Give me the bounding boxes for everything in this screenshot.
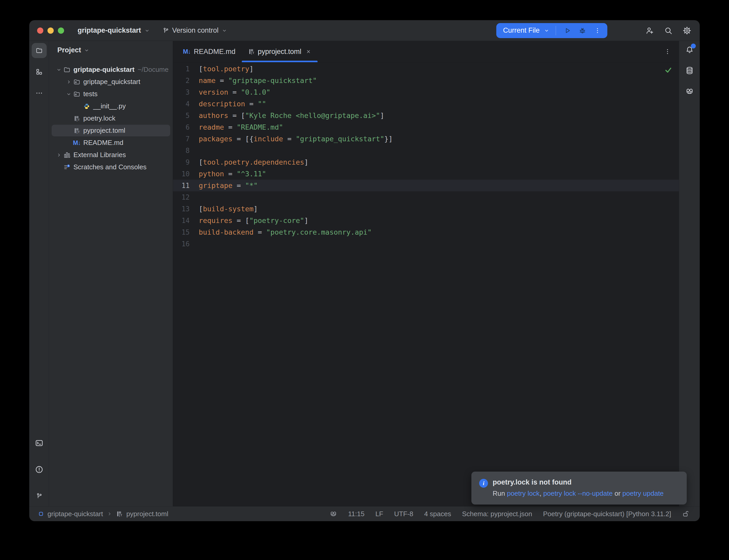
zoom-window-button[interactable] xyxy=(58,27,64,34)
code-line[interactable]: 4description = "" xyxy=(173,98,679,110)
run-widget: Current File xyxy=(496,23,607,38)
code-with-me-button[interactable] xyxy=(644,25,656,37)
close-tab-icon[interactable] xyxy=(305,49,311,54)
toml-icon: [T] xyxy=(248,48,255,55)
line-number[interactable]: 14 xyxy=(173,217,190,225)
code-line[interactable]: 12 xyxy=(173,191,679,203)
json-schema[interactable]: Schema: pyproject.json xyxy=(462,510,532,518)
code-line[interactable]: 15build-backend = "poetry.core.masonry.a… xyxy=(173,226,679,238)
notification-link[interactable]: poetry update xyxy=(622,489,664,497)
line-number[interactable]: 9 xyxy=(173,158,190,166)
file-encoding[interactable]: UTF-8 xyxy=(394,510,413,518)
chevron-down-icon[interactable] xyxy=(55,67,62,73)
breadcrumb-item[interactable]: pyproject.toml xyxy=(126,510,168,518)
minimize-window-button[interactable] xyxy=(47,27,54,34)
terminal-tool-button[interactable] xyxy=(33,437,46,449)
line-number[interactable]: 4 xyxy=(173,100,190,108)
tree-item-Scratches and Consoles[interactable]: Scratches and Consoles xyxy=(49,161,173,173)
database-icon xyxy=(685,66,694,75)
tree-item-label: tests xyxy=(83,90,98,98)
chevron-right-icon[interactable] xyxy=(55,152,62,158)
folder-icon xyxy=(36,47,43,54)
line-number[interactable]: 15 xyxy=(173,228,190,236)
code-line[interactable]: 8 xyxy=(173,145,679,156)
tree-item-README.md[interactable]: M↓README.md xyxy=(49,137,173,149)
more-tool-windows-button[interactable] xyxy=(32,86,47,101)
code-line[interactable]: 5authors = ["Kyle Roche <hello@griptape.… xyxy=(173,110,679,121)
structure-tool-button[interactable] xyxy=(32,64,47,79)
code-line[interactable]: 10python = "^3.11" xyxy=(173,168,679,180)
debug-button[interactable] xyxy=(577,25,588,36)
code-line[interactable]: 16 xyxy=(173,238,679,250)
chevron-down-icon[interactable] xyxy=(543,25,550,36)
breadcrumb-item[interactable]: griptape-quickstart xyxy=(47,510,103,518)
line-number[interactable]: 1 xyxy=(173,65,190,73)
run-config-selector[interactable]: Current File xyxy=(503,26,540,34)
vcs-widget[interactable]: Version control xyxy=(162,26,227,34)
line-number[interactable]: 3 xyxy=(173,88,190,96)
search-everywhere-button[interactable] xyxy=(662,25,674,37)
code-line[interactable]: 11griptape = "*" xyxy=(173,180,679,191)
inspections-ok-icon[interactable] xyxy=(664,66,672,75)
code-line[interactable]: 9[tool.poetry.dependencies] xyxy=(173,156,679,168)
notifications-button[interactable] xyxy=(683,44,696,55)
tree-item-griptape-quickstart[interactable]: griptape-quickstart~/Docume xyxy=(49,64,173,76)
line-number[interactable]: 2 xyxy=(173,77,190,85)
line-number[interactable]: 6 xyxy=(173,123,190,131)
tree-item-__init__.py[interactable]: __init__.py xyxy=(49,100,173,112)
code-line[interactable]: 1[tool.poetry] xyxy=(173,63,679,75)
code-line[interactable]: 7packages = [{include = "griptape_quicks… xyxy=(173,133,679,145)
line-number[interactable]: 10 xyxy=(173,170,190,178)
code-line[interactable]: 6readme = "README.md" xyxy=(173,121,679,133)
editor[interactable]: 1[tool.poetry]2name = "griptape-quicksta… xyxy=(173,62,679,506)
python-icon xyxy=(82,103,91,110)
line-number[interactable]: 16 xyxy=(173,240,190,248)
line-number[interactable]: 8 xyxy=(173,147,190,155)
chevron-right-icon[interactable] xyxy=(65,79,72,85)
project-widget[interactable]: griptape-quickstart xyxy=(78,26,150,34)
notification-link[interactable]: poetry lock xyxy=(507,489,540,497)
code-line[interactable]: 13[build-system] xyxy=(173,203,679,215)
tab-pyproject.toml[interactable]: [T]pyproject.toml xyxy=(242,41,317,62)
notification-link[interactable]: poetry lock --no-update xyxy=(543,489,613,497)
more-run-options-button[interactable] xyxy=(592,25,603,36)
ai-assistant-button[interactable] xyxy=(683,86,696,97)
problems-tool-button[interactable] xyxy=(33,464,46,475)
line-number[interactable]: 13 xyxy=(173,205,190,213)
ai-icon xyxy=(685,87,694,96)
project-panel-header[interactable]: Project xyxy=(49,41,173,54)
chevron-down-icon[interactable] xyxy=(65,91,72,97)
breadcrumb: griptape-quickstart[T]pyproject.toml xyxy=(38,510,168,518)
code-line[interactable]: 2name = "griptape-quickstart" xyxy=(173,75,679,86)
tree-item-pyproject.toml[interactable]: [T]pyproject.toml xyxy=(49,124,173,137)
tree-item-griptape_quickstart[interactable]: griptape_quickstart xyxy=(49,76,173,88)
database-button[interactable] xyxy=(683,65,696,76)
run-button[interactable] xyxy=(562,25,573,36)
tab-README.md[interactable]: M↓README.md xyxy=(177,41,242,62)
line-number[interactable]: 7 xyxy=(173,135,190,143)
close-window-button[interactable] xyxy=(37,27,43,34)
markdown-icon: M↓ xyxy=(72,139,81,146)
line-number[interactable]: 12 xyxy=(173,193,190,201)
cursor-position[interactable]: 11:15 xyxy=(348,510,364,518)
project-tool-button[interactable] xyxy=(32,43,47,58)
tree-item-External Libraries[interactable]: External Libraries xyxy=(49,149,173,161)
python-interpreter[interactable]: Poetry (griptape-quickstart) [Python 3.1… xyxy=(543,510,671,518)
version-control-tool-button[interactable] xyxy=(33,490,46,502)
code-text: build-backend = "poetry.core.masonry.api… xyxy=(199,228,372,236)
line-number[interactable]: 5 xyxy=(173,112,190,120)
code-text: [tool.poetry] xyxy=(199,65,253,73)
indent-style[interactable]: 4 spaces xyxy=(424,510,451,518)
line-separator[interactable]: LF xyxy=(376,510,383,518)
settings-button[interactable] xyxy=(681,25,693,37)
library-icon xyxy=(62,151,71,159)
code-line[interactable]: 3version = "0.1.0" xyxy=(173,86,679,98)
copilot-status[interactable] xyxy=(329,510,337,518)
code-line[interactable]: 14requires = ["poetry-core"] xyxy=(173,215,679,226)
project-panel-title: Project xyxy=(57,46,81,54)
line-number[interactable]: 11 xyxy=(173,182,190,190)
editor-options-button[interactable] xyxy=(662,46,673,57)
tree-item-tests[interactable]: tests xyxy=(49,88,173,100)
readonly-toggle[interactable] xyxy=(682,510,690,518)
tree-item-poetry.lock[interactable]: [T]poetry.lock xyxy=(49,112,173,124)
